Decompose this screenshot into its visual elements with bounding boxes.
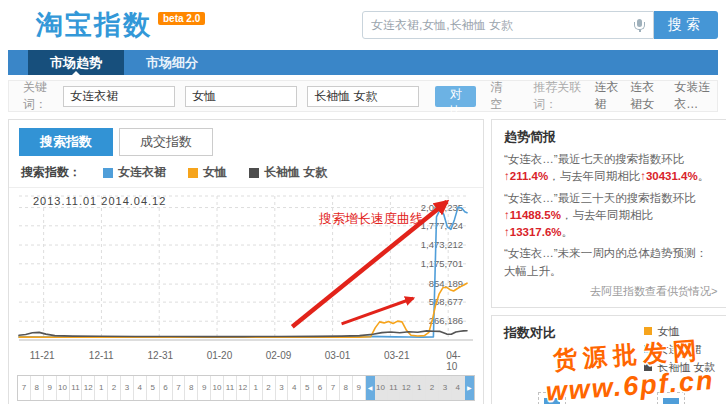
app-logo: 淘宝指数 — [36, 7, 152, 43]
index-tabs: 搜索指数 成交指数 — [9, 120, 483, 156]
x-axis-label: 03-21 — [384, 350, 410, 361]
suggest-link-1[interactable]: 连衣裙 — [595, 79, 621, 113]
timeline-month[interactable]: 7月 — [173, 376, 186, 400]
sidebar: 趋势简报 “女连衣…”最近七天的搜索指数环比↑211.4%，与去年同期相比↑30… — [491, 119, 726, 404]
timeline-month[interactable]: 2月 — [108, 376, 121, 400]
x-axis-label: 02-09 — [266, 350, 292, 361]
timeline-month[interactable]: 3月 — [121, 376, 134, 400]
chart-legend: 搜索指数： 女连衣裙 女恤 长袖恤 女款 — [9, 156, 483, 188]
x-axis-label: 11-21 — [30, 350, 55, 361]
compare-bar-group: -53%-95%最近七天 — [506, 376, 599, 404]
timeline-month[interactable]: 11月 — [224, 376, 237, 400]
index-compare-box: 指数对比 女恤 女连衣裙 长袖恤 女款 -53%-95%最近七天- — [491, 315, 726, 404]
page: 淘宝指数 beta 2.0 搜索 市场趋势 市场细分 关键词： 对比 清空 推荐… — [0, 0, 726, 404]
trend-brief-paragraph: “女连衣…”最近七天的搜索指数环比↑211.4%，与去年同期相比↑30431.4… — [504, 151, 717, 186]
timeline-month[interactable]: 8月 — [31, 376, 44, 400]
timeline-track[interactable]: 7月8月9月10月11月12月1月2月3月4月5月6月7月8月9月10月11月1… — [17, 375, 475, 401]
timeline-month[interactable]: 6月 — [160, 376, 173, 400]
content: 搜索指数 成交指数 搜索指数： 女连衣裙 女恤 长袖恤 女款 — [8, 119, 718, 404]
svg-text:1,473,212: 1,473,212 — [421, 239, 463, 250]
timeline-month[interactable]: 10月 — [211, 376, 224, 400]
timeline-month[interactable]: 1月 — [95, 376, 108, 400]
ali-index-link[interactable]: 去阿里指数查看供货情况> — [504, 284, 717, 299]
timeline-month[interactable]: 2月 — [426, 376, 439, 400]
keyword-input-1[interactable] — [63, 86, 175, 107]
timeline-month[interactable]: 3月 — [439, 376, 452, 400]
keyword-input-2[interactable] — [185, 86, 297, 107]
keyword-label: 关键词： — [23, 79, 57, 113]
line-chart: 2,067,2351,777,7241,473,2121,175,701854,… — [17, 190, 475, 350]
timeline-month[interactable]: 12月 — [82, 376, 95, 400]
date-range-label: 2013.11.01 2014.04.12 — [33, 195, 166, 207]
compare-bar-group: -41%-96%最近三十天 — [625, 376, 718, 404]
x-axis-label: 04-10 — [446, 350, 465, 372]
legend-item-3[interactable]: 长袖恤 女款 — [249, 164, 327, 181]
timeline-month[interactable]: 12月 — [400, 376, 413, 400]
legend-swatch-orange — [188, 168, 198, 178]
clear-link[interactable]: 清空 — [490, 79, 507, 113]
chart-panel: 搜索指数 成交指数 搜索指数： 女连衣裙 女恤 长袖恤 女款 — [8, 119, 484, 404]
timeline-month[interactable]: 2月 — [263, 376, 276, 400]
timeline-month[interactable]: 10月 — [57, 376, 70, 400]
compare-swatch-orange — [644, 327, 652, 335]
legend-item-1[interactable]: 女连衣裙 — [103, 164, 166, 181]
timeline-month[interactable]: 6月 — [314, 376, 327, 400]
timeline-month[interactable]: 4月 — [288, 376, 301, 400]
microphone-icon[interactable] — [637, 19, 642, 27]
x-axis-label: 01-20 — [207, 350, 233, 361]
timeline-month[interactable]: 4月 — [452, 376, 465, 400]
legend-item-2[interactable]: 女恤 — [188, 164, 227, 181]
timeline-month[interactable]: 12月 — [237, 376, 250, 400]
legend-item-label: 长袖恤 女款 — [264, 164, 327, 181]
timeline-handle-right[interactable]: ▶ — [465, 376, 474, 400]
timeline-month[interactable]: 10月 — [375, 376, 388, 400]
compare-button[interactable]: 对比 — [435, 86, 476, 107]
global-search: 搜索 — [362, 11, 718, 39]
trend-brief-box: 趋势简报 “女连衣…”最近七天的搜索指数环比↑211.4%，与去年同期相比↑30… — [491, 119, 726, 308]
compare-bars: -53%-95%最近七天-41%-96%最近三十天 — [506, 376, 717, 404]
timeline-month[interactable]: 9月 — [198, 376, 211, 400]
tab-search-index[interactable]: 搜索指数 — [19, 128, 113, 156]
compare-bar-reference — [657, 392, 685, 404]
search-input[interactable] — [362, 11, 654, 39]
keyword-bar: 关键词： 对比 清空 推荐关联词： 连衣裙 连衣裙女 女装连衣… — [8, 80, 718, 112]
timeline-month[interactable]: 4月 — [134, 376, 147, 400]
compare-legend-item-2: 女连衣裙 — [644, 342, 715, 357]
nav-item-market-segment[interactable]: 市场细分 — [124, 50, 220, 75]
header: 淘宝指数 beta 2.0 搜索 — [0, 0, 726, 50]
timeline-month[interactable]: 11月 — [388, 376, 401, 400]
x-axis-labels: 11-2112-1112-3101-2002-0903-0103-2104-10 — [17, 350, 475, 365]
search-button[interactable]: 搜索 — [654, 11, 718, 39]
nav-item-market-trend[interactable]: 市场趋势 — [28, 50, 124, 75]
timeline-month[interactable]: 5月 — [147, 376, 160, 400]
keyword-input-3[interactable] — [307, 86, 419, 107]
timeline-month[interactable]: 8月 — [185, 376, 198, 400]
timeline-month[interactable]: 8月 — [340, 376, 353, 400]
compare-legend-label: 女恤 — [657, 324, 679, 339]
timeline-month[interactable]: 9月 — [44, 376, 57, 400]
timeline-month[interactable]: 5月 — [301, 376, 314, 400]
compare-swatch-dark — [644, 363, 652, 371]
suggest-link-2[interactable]: 连衣裙女 — [630, 79, 664, 113]
legend-swatch-dark — [249, 168, 259, 178]
timeline-month[interactable]: 7月 — [18, 376, 31, 400]
timeline-month[interactable]: 3月 — [276, 376, 289, 400]
compare-legend-label: 女连衣裙 — [657, 342, 701, 357]
tab-deal-index[interactable]: 成交指数 — [119, 128, 213, 156]
timeline-handle-left[interactable]: ◀ — [366, 376, 375, 400]
timeline-month[interactable]: 7月 — [327, 376, 340, 400]
main-nav: 市场趋势 市场细分 — [8, 50, 718, 75]
timeline-month[interactable]: 9月 — [353, 376, 366, 400]
timeline-month[interactable]: 1月 — [250, 376, 263, 400]
trend-brief-paragraph: “女连衣…”最近三十天的搜索指数环比↑11488.5%，与去年同期相比↑1331… — [504, 190, 717, 242]
trend-brief-title: 趋势简报 — [504, 128, 717, 146]
compare-legend-label: 长袖恤 女款 — [657, 360, 715, 375]
x-axis-label: 12-11 — [89, 350, 114, 361]
x-axis-label: 03-01 — [325, 350, 351, 361]
x-axis-label: 12-31 — [148, 350, 174, 361]
timeline-month[interactable]: 11月 — [70, 376, 83, 400]
compare-legend-item-1: 女恤 — [644, 324, 715, 339]
suggest-link-3[interactable]: 女装连衣… — [674, 79, 717, 113]
timeline-month[interactable]: 1月 — [413, 376, 426, 400]
legend-swatch-blue — [103, 168, 113, 178]
